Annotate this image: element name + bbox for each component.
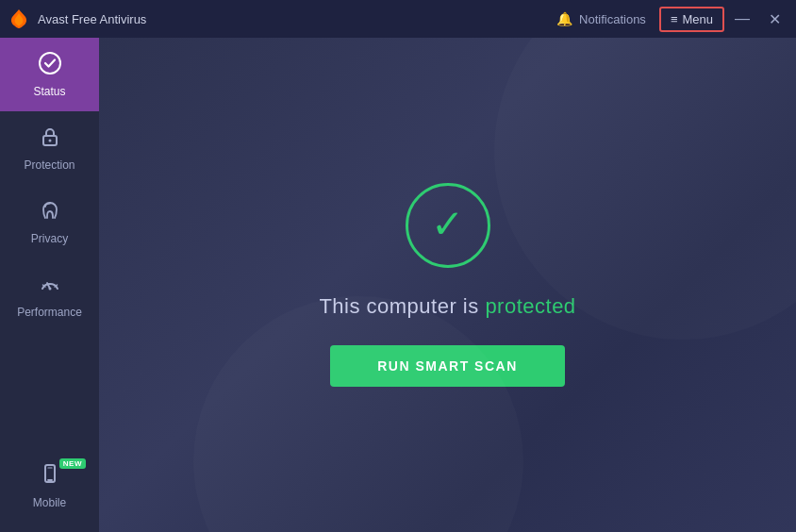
bell-icon: 🔔 [556, 11, 572, 26]
status-icon [38, 51, 62, 79]
app-body: Status Protection [0, 38, 796, 532]
sidebar-item-protection-label: Protection [24, 158, 75, 172]
status-text-prefix: This computer is [319, 294, 485, 318]
speedometer-icon [38, 272, 62, 300]
menu-button[interactable]: ≡ Menu [659, 7, 724, 32]
svg-point-2 [48, 140, 51, 142]
new-badge: NEW [59, 458, 86, 469]
menu-label: Menu [682, 12, 713, 26]
sidebar-bottom: NEW Mobile [0, 449, 99, 532]
status-text-highlight: protected [485, 294, 575, 318]
minimize-button[interactable]: — [728, 5, 756, 33]
sidebar-item-privacy-label: Privacy [31, 232, 68, 245]
sidebar-item-privacy[interactable]: Privacy [0, 185, 99, 258]
svg-point-3 [48, 288, 51, 291]
title-bar-right: 🔔 Notifications ≡ Menu — ✕ [547, 5, 788, 33]
close-button[interactable]: ✕ [760, 5, 788, 33]
notifications-button[interactable]: 🔔 Notifications [547, 8, 655, 30]
sidebar-item-mobile-label: Mobile [33, 496, 66, 509]
mobile-icon [38, 462, 62, 490]
fingerprint-icon [38, 198, 62, 226]
avast-logo [8, 8, 30, 30]
sidebar-item-performance-label: Performance [17, 306, 82, 319]
checkmark-icon: ✓ [431, 205, 464, 244]
hamburger-icon: ≡ [671, 12, 678, 26]
title-bar-left: Avast Free Antivirus [8, 8, 146, 30]
sidebar-item-status-label: Status [33, 85, 65, 98]
sidebar-item-protection[interactable]: Protection [0, 111, 99, 185]
status-message: This computer is protected [319, 294, 575, 319]
notifications-label: Notifications [579, 12, 646, 26]
svg-point-0 [40, 53, 60, 74]
sidebar: Status Protection [0, 38, 99, 532]
status-circle: ✓ [406, 183, 490, 268]
sidebar-item-status[interactable]: Status [0, 38, 99, 111]
scan-button[interactable]: RUN SMART SCAN [330, 345, 565, 387]
main-content: ✓ This computer is protected RUN SMART S… [99, 38, 796, 532]
sidebar-item-performance[interactable]: Performance [0, 258, 99, 332]
app-title: Avast Free Antivirus [38, 12, 146, 26]
title-bar: Avast Free Antivirus 🔔 Notifications ≡ M… [0, 0, 796, 38]
lock-icon [38, 125, 62, 153]
sidebar-item-mobile[interactable]: NEW Mobile [0, 449, 99, 523]
